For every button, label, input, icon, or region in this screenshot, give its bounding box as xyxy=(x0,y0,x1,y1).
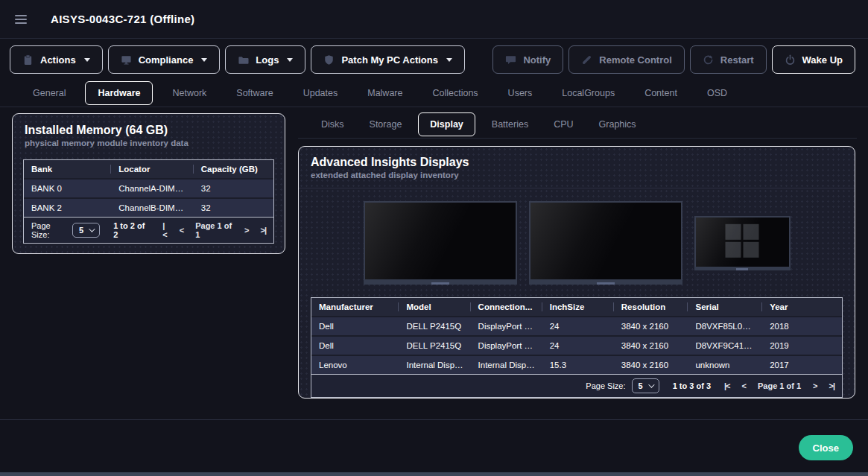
cell-locator: ChannelB-DIMM0 xyxy=(111,203,194,212)
subtab-disks[interactable]: Disks xyxy=(308,119,357,130)
last-page-icon[interactable]: >| xyxy=(260,226,266,235)
main-tabs: General Hardware Network Software Update… xyxy=(0,79,868,107)
monitor-stand-notch xyxy=(431,282,449,285)
table-row[interactable]: Lenovo Internal Display Internal Display… xyxy=(311,356,842,374)
cell-capacity: 32 xyxy=(194,203,273,212)
restart-button[interactable]: Restart xyxy=(690,45,767,74)
subtab-batteries[interactable]: Batteries xyxy=(479,119,541,130)
tab-osd[interactable]: OSD xyxy=(692,88,742,98)
monitor-stand-notch xyxy=(736,268,748,270)
installed-memory-header: Installed Memory (64 GB) physical memory… xyxy=(13,114,285,155)
page-title: AISYS-0043C-721 (Offline) xyxy=(51,13,194,25)
patch-my-pc-actions-dropdown-button[interactable]: Patch My PC Actions xyxy=(311,45,465,74)
displays-table-header: Manufacturer Model Connection... InchSiz… xyxy=(311,298,842,316)
tab-software[interactable]: Software xyxy=(221,88,288,98)
tab-content[interactable]: Content xyxy=(630,88,692,98)
first-page-icon[interactable]: |< xyxy=(724,381,730,390)
cell-bank: BANK 0 xyxy=(24,184,111,193)
cell-manufacturer: Dell xyxy=(311,322,399,331)
folder-icon xyxy=(238,54,249,66)
remote-icon xyxy=(581,54,592,66)
table-row[interactable]: Dell DELL P2415Q DisplayPort (ext... 24 … xyxy=(311,337,842,355)
cell-serial: D8VXF85L0H9B xyxy=(688,322,762,331)
restart-icon xyxy=(703,54,714,66)
subtab-display[interactable]: Display xyxy=(418,112,475,136)
chevron-down-icon xyxy=(201,58,207,62)
column-header-serial[interactable]: Serial xyxy=(688,302,762,311)
compliance-dropdown-button[interactable]: Compliance xyxy=(108,45,221,74)
installed-memory-panel: Installed Memory (64 GB) physical memory… xyxy=(12,113,285,254)
table-row[interactable]: BANK 0 ChannelA-DIMM0 32 xyxy=(24,180,273,197)
close-button[interactable]: Close xyxy=(799,435,853,460)
page-size-value: 5 xyxy=(639,381,643,390)
cell-serial: D8VXF9C416AB xyxy=(688,341,762,350)
column-header-year[interactable]: Year xyxy=(762,302,842,311)
next-page-icon[interactable]: > xyxy=(813,381,817,390)
tab-localgroups[interactable]: LocalGroups xyxy=(547,88,630,98)
chevron-down-icon xyxy=(446,58,452,62)
cell-capacity: 32 xyxy=(194,184,273,193)
notify-button[interactable]: Notify xyxy=(492,45,563,74)
cell-year: 2017 xyxy=(762,361,842,369)
tab-network[interactable]: Network xyxy=(157,88,221,98)
subtab-graphics[interactable]: Graphics xyxy=(586,119,649,130)
column-header-model[interactable]: Model xyxy=(399,302,470,311)
power-icon xyxy=(785,54,796,66)
cell-resolution: 3840 x 2160 xyxy=(614,322,688,331)
wake-up-button[interactable]: Wake Up xyxy=(772,45,855,74)
bottom-window-edge xyxy=(0,472,868,476)
cell-model: DELL P2415Q xyxy=(399,322,470,331)
panel-title: Installed Memory (64 GB) xyxy=(25,124,273,137)
page-size-control: Page Size: 5 xyxy=(31,221,100,239)
advanced-insights-displays-panel: Advanced Insights Displays extended atta… xyxy=(298,146,855,399)
column-header-resolution[interactable]: Resolution xyxy=(614,302,688,311)
subtab-cpu[interactable]: CPU xyxy=(541,119,586,130)
button-label: Logs xyxy=(256,54,279,66)
table-row[interactable]: BANK 2 ChannelB-DIMM0 32 xyxy=(24,199,273,217)
chat-icon xyxy=(505,54,516,66)
tab-collections[interactable]: Collections xyxy=(417,88,492,98)
page-indicator: Page 1 of 1 xyxy=(195,221,232,239)
last-page-icon[interactable]: >| xyxy=(829,381,834,390)
logs-dropdown-button[interactable]: Logs xyxy=(225,45,305,74)
column-header-locator[interactable]: Locator xyxy=(111,165,194,174)
tab-users[interactable]: Users xyxy=(493,88,548,98)
tab-updates[interactable]: Updates xyxy=(288,88,353,98)
page-size-select[interactable]: 5 xyxy=(632,378,659,393)
hardware-subtabs: Disks Storage Display Batteries CPU Grap… xyxy=(298,111,857,139)
toolbar: Actions Compliance Logs xyxy=(10,43,855,76)
subtab-storage[interactable]: Storage xyxy=(357,119,415,130)
cell-inchsize: 24 xyxy=(542,322,614,331)
page-size-value: 5 xyxy=(79,226,83,235)
pager: |< < Page 1 of 1 > >| xyxy=(724,381,834,390)
first-page-icon[interactable]: |< xyxy=(162,221,167,239)
toolbar-right-group: Notify Remote Control Restart Wake Up xyxy=(492,45,855,74)
column-header-connection[interactable]: Connection... xyxy=(471,302,542,311)
column-header-manufacturer[interactable]: Manufacturer xyxy=(311,302,399,311)
toolbar-left-group: Actions Compliance Logs xyxy=(10,45,465,74)
hamburger-menu-icon[interactable] xyxy=(15,15,27,24)
column-header-capacity[interactable]: Capacity (GB) xyxy=(194,165,273,174)
button-label: Wake Up xyxy=(802,54,843,66)
panel-subtitle: extended attached display inventory xyxy=(311,171,843,180)
next-page-icon[interactable]: > xyxy=(244,226,248,235)
internal-display-image xyxy=(694,216,791,270)
cell-model: Internal Display xyxy=(399,361,470,369)
column-header-inchsize[interactable]: InchSize xyxy=(542,302,614,311)
page-size-select[interactable]: 5 xyxy=(72,223,100,238)
title-bar: AISYS-0043C-721 (Offline) xyxy=(0,0,868,39)
tab-malware[interactable]: Malware xyxy=(352,88,417,98)
table-row[interactable]: Dell DELL P2415Q DisplayPort (ext... 24 … xyxy=(311,317,842,335)
column-header-bank[interactable]: Bank xyxy=(24,165,111,174)
actions-dropdown-button[interactable]: Actions xyxy=(10,45,103,74)
memory-table-header: Bank Locator Capacity (GB) xyxy=(24,160,273,178)
previous-page-icon[interactable]: < xyxy=(742,381,746,390)
remote-control-button[interactable]: Remote Control xyxy=(568,45,685,74)
tab-general[interactable]: General xyxy=(18,88,80,98)
previous-page-icon[interactable]: < xyxy=(180,226,183,235)
button-label: Notify xyxy=(523,54,551,66)
displays-table-pagination: Page Size: 5 1 to 3 of 3 |< < Page 1 of … xyxy=(311,374,842,397)
monitor-stand-notch xyxy=(597,282,615,285)
cell-model: DELL P2415Q xyxy=(399,341,470,350)
tab-hardware[interactable]: Hardware xyxy=(85,81,153,105)
